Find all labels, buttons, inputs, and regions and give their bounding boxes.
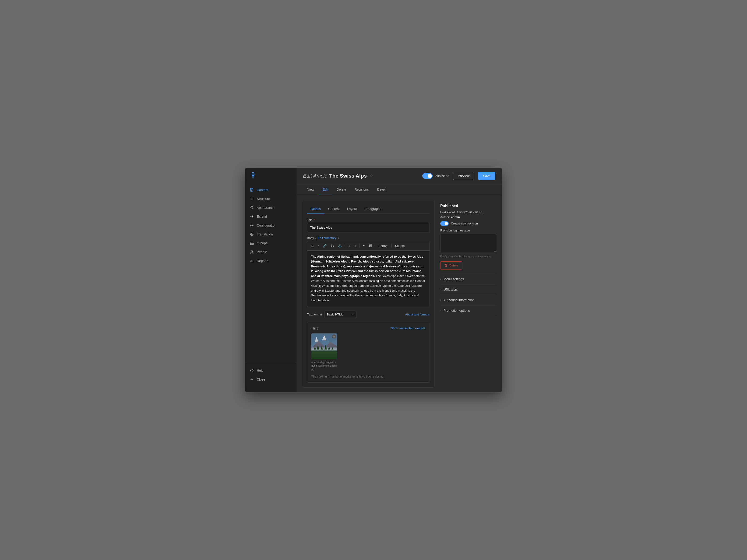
revision-log-label: Revision log message xyxy=(440,229,496,232)
favorite-icon[interactable]: ☆ xyxy=(369,174,373,179)
media-max-message: The maximum number of media items have b… xyxy=(311,375,425,378)
sidebar-item-extend[interactable]: Extend xyxy=(245,212,297,221)
remove-media-button[interactable]: × xyxy=(332,335,336,339)
required-indicator: * xyxy=(313,218,315,222)
sidebar-item-appearance[interactable]: Appearance xyxy=(245,203,297,212)
svg-point-25 xyxy=(252,371,252,372)
sub-tabs: Details Content Layout Paragraphs xyxy=(307,205,430,213)
accordion-menu-settings[interactable]: › Menu settings xyxy=(440,274,496,285)
text-format-label: Text format xyxy=(307,313,322,316)
edit-article-prefix: Edit Article xyxy=(303,173,327,179)
toolbar-divider-3 xyxy=(375,244,376,248)
accordion-promotion-options[interactable]: › Promotion options xyxy=(440,305,496,316)
text-format-select[interactable]: Basic HTML Restricted HTML Full HTML Pla… xyxy=(324,311,357,318)
sidebar-item-groups[interactable]: Groups xyxy=(245,239,297,247)
media-item: × eberhard-grossgasteiger-542840-unsplas… xyxy=(311,334,337,371)
sub-tab-content[interactable]: Content xyxy=(325,205,343,213)
svg-rect-22 xyxy=(252,260,252,262)
sidebar-item-structure[interactable]: Structure xyxy=(245,194,297,203)
person-icon xyxy=(250,250,254,254)
text-format-row: Text format Basic HTML Restricted HTML F… xyxy=(307,311,430,318)
sidebar-item-people[interactable]: People xyxy=(245,247,297,257)
sidebar-bottom: Help Close xyxy=(245,362,297,388)
toolbar-source[interactable]: Source xyxy=(393,243,406,248)
show-weights-link[interactable]: Show media item weights xyxy=(391,326,425,330)
preview-button[interactable]: Preview xyxy=(453,172,474,180)
toolbar-link[interactable]: 🔗 xyxy=(321,243,329,248)
accordion-arrow: › xyxy=(440,277,441,281)
app-window: Content Structure Appearance Extend xyxy=(245,168,502,392)
last-saved-value: 11/03/2020 - 20:43 xyxy=(457,211,482,214)
svg-line-13 xyxy=(252,217,252,217)
delete-button[interactable]: Delete xyxy=(440,261,462,269)
sidebar-item-label: Groups xyxy=(257,241,267,245)
svg-rect-18 xyxy=(250,243,254,244)
shield-icon xyxy=(250,206,254,210)
tab-revisions[interactable]: Revisions xyxy=(351,184,373,195)
accordion-authoring-info[interactable]: › Authoring information xyxy=(440,295,496,305)
svg-rect-7 xyxy=(251,198,253,199)
accordion-label: Menu settings xyxy=(443,277,464,281)
svg-rect-19 xyxy=(251,242,253,243)
sidebar-item-translation[interactable]: Translation xyxy=(245,230,297,239)
toolbar-format[interactable]: Format xyxy=(377,243,390,248)
svg-point-1 xyxy=(252,175,254,177)
sidebar-item-configuration[interactable]: Configuration xyxy=(245,221,297,230)
revision-hint: Briefly describe the changes you have ma… xyxy=(440,255,496,258)
editor-toolbar: B I 🔗 ⛓ ⚓ ≡ ≡ ❝ 🖼 Format xyxy=(307,241,430,250)
editor-main: Details Content Layout Paragraphs Title … xyxy=(302,200,435,388)
tab-view[interactable]: View xyxy=(303,184,318,195)
published-label: Published xyxy=(435,174,449,178)
toolbar-image[interactable]: 🖼 xyxy=(367,243,374,248)
sidebar-item-label: Reports xyxy=(257,259,268,263)
sidebar-item-label: Configuration xyxy=(257,223,276,227)
title-input[interactable] xyxy=(307,223,430,232)
header: Edit Article The Swiss Alps ☆ Published … xyxy=(297,168,502,184)
svg-point-11 xyxy=(252,216,253,218)
bar-icon xyxy=(250,259,254,263)
create-revision-row: Create new revision xyxy=(440,221,496,226)
media-filename: eberhard-grossgasteiger-542840-unsplash.… xyxy=(311,361,337,371)
sub-tab-details[interactable]: Details xyxy=(307,205,325,213)
sub-tab-paragraphs[interactable]: Paragraphs xyxy=(361,205,385,213)
toolbar-italic[interactable]: I xyxy=(316,243,320,248)
hero-header: Hero Show media item weights xyxy=(311,326,425,330)
close-icon xyxy=(250,377,254,381)
extend-icon xyxy=(250,214,254,219)
editor-body[interactable]: The Alpine region of Switzerland, conven… xyxy=(307,250,430,307)
toolbar-bold[interactable]: B xyxy=(310,243,315,248)
editor-card: Details Content Layout Paragraphs Title … xyxy=(302,200,435,388)
sidebar-item-help[interactable]: Help xyxy=(245,366,297,375)
tab-devel[interactable]: Devel xyxy=(373,184,390,195)
tab-delete[interactable]: Delete xyxy=(332,184,350,195)
toolbar-unlink[interactable]: ⛓ xyxy=(329,243,336,248)
toolbar-bullet-list[interactable]: ≡ xyxy=(347,243,352,248)
trash-icon xyxy=(444,264,447,267)
toolbar-blockquote[interactable]: ❝ xyxy=(361,243,366,248)
accordion-label: URL alias xyxy=(443,288,458,291)
sidebar-item-content[interactable]: Content xyxy=(245,186,297,194)
svg-rect-23 xyxy=(253,260,253,262)
create-revision-toggle[interactable] xyxy=(440,221,449,226)
svg-line-12 xyxy=(252,216,252,216)
revision-log-textarea[interactable] xyxy=(440,234,496,252)
doc-icon xyxy=(250,188,254,192)
svg-rect-6 xyxy=(251,197,253,198)
sidebar-nav: Content Structure Appearance Extend xyxy=(245,186,297,362)
right-panel: Published Last saved: 11/03/2020 - 20:43… xyxy=(440,200,496,388)
accordion-url-alias[interactable]: › URL alias xyxy=(440,285,496,295)
toolbar-anchor[interactable]: ⚓ xyxy=(336,243,344,248)
edit-summary-link[interactable]: Edit summary xyxy=(318,236,336,240)
sub-tab-layout[interactable]: Layout xyxy=(343,205,361,213)
author-value: admin xyxy=(451,215,460,219)
about-text-formats-link[interactable]: About text formats xyxy=(405,313,430,316)
save-button[interactable]: Save xyxy=(478,172,495,180)
status-title: Published xyxy=(440,204,496,208)
last-saved-label: Last saved: xyxy=(440,211,456,214)
sidebar-item-label: Content xyxy=(257,188,268,192)
tab-edit[interactable]: Edit xyxy=(318,184,332,195)
toolbar-number-list[interactable]: ≡ xyxy=(353,243,358,248)
sidebar-item-reports[interactable]: Reports xyxy=(245,257,297,265)
published-toggle[interactable] xyxy=(422,173,433,179)
sidebar-item-close[interactable]: Close xyxy=(245,375,297,384)
